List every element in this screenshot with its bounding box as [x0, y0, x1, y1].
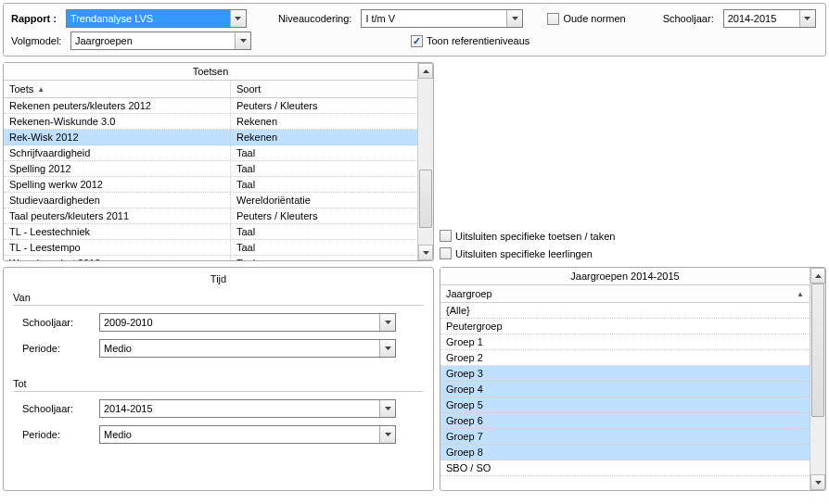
jaargroep-cell: Groep 6 [440, 413, 810, 428]
van-label: Van [13, 292, 424, 303]
table-row[interactable]: Spelling werkw 2012Taal [4, 177, 417, 193]
scroll-thumb[interactable] [419, 170, 432, 228]
jaargroepen-title: Jaargroepen 2014-2015 [440, 268, 810, 285]
table-row[interactable]: Groep 2 [440, 350, 810, 366]
toets-cell: Taal peuters/kleuters 2011 [4, 208, 231, 223]
uitsluiten-options: Uitsluiten specifieke toetsen / taken Ui… [440, 228, 826, 261]
toets-cell: Schrijfvaardigheid [4, 145, 231, 160]
toets-cell: Woordenschat 2013 [4, 256, 231, 260]
toets-cell: Spelling werkw 2012 [4, 177, 231, 192]
niveau-combo[interactable]: I t/m V [361, 9, 523, 28]
van-schooljaar-combo[interactable]: 2009-2010 [99, 313, 396, 332]
tot-periode-combo[interactable]: Medio [99, 425, 396, 444]
scroll-down-icon[interactable] [810, 474, 825, 490]
soort-cell: Wereldoriëntatie [231, 193, 417, 208]
table-row[interactable]: Spelling 2012Taal [4, 161, 417, 177]
toets-cell: Rekenen-Wiskunde 3.0 [4, 114, 231, 129]
table-row[interactable]: {Alle} [440, 303, 810, 319]
jaargroepen-grid: Jaargroepen 2014-2015 Jaargroep ▲ {Alle}… [440, 267, 826, 491]
chevron-down-icon[interactable] [506, 10, 522, 27]
chevron-down-icon[interactable] [799, 10, 815, 27]
jaargroep-column-header[interactable]: Jaargroep ▲ [440, 285, 810, 302]
checkbox-icon [547, 13, 559, 25]
van-periode-combo[interactable]: Medio [99, 339, 396, 358]
volgmodel-combo[interactable]: Jaargroepen [70, 32, 251, 50]
table-row[interactable]: Groep 7 [440, 429, 810, 445]
tot-schooljaar-combo[interactable]: 2014-2015 [99, 399, 396, 418]
sort-asc-icon: ▲ [37, 85, 45, 94]
toets-cell: Studievaardigheden [4, 193, 231, 208]
table-row[interactable]: Rek-Wisk 2012Rekenen [4, 130, 417, 145]
jaargroep-cell: Groep 1 [440, 334, 810, 349]
table-row[interactable]: Groep 4 [440, 382, 810, 397]
tot-schooljaar-label: Schooljaar: [22, 403, 92, 414]
soort-cell: Rekenen [231, 114, 417, 129]
jaargroep-cell: {Alle} [440, 303, 810, 318]
scroll-track[interactable] [810, 284, 825, 474]
uitsluiten-leerlingen-checkbox[interactable]: Uitsluiten specifieke leerlingen [440, 247, 824, 259]
scroll-track[interactable] [418, 79, 433, 245]
table-row[interactable]: Groep 6 [440, 413, 810, 429]
jaargroep-cell: Groep 4 [440, 382, 810, 397]
top-config-panel: Rapport : Trendanalyse LVS Niveaucoderin… [3, 3, 826, 57]
checkbox-icon [440, 247, 452, 259]
oude-normen-checkbox[interactable]: Oude normen [547, 13, 625, 25]
jaargroep-cell: SBO / SO [440, 460, 810, 475]
chevron-down-icon[interactable] [235, 32, 250, 49]
niveau-combo-text: I t/m V [362, 10, 522, 27]
scroll-up-icon[interactable] [418, 63, 433, 79]
toon-ref-checkbox[interactable]: Toon referentieniveaus [411, 35, 529, 47]
scroll-up-icon[interactable] [810, 268, 825, 284]
chevron-down-icon[interactable] [379, 426, 395, 443]
tot-periode-label: Periode: [22, 429, 92, 440]
schooljaar-combo[interactable]: 2014-2015 [723, 9, 816, 28]
chevron-down-icon[interactable] [230, 10, 246, 27]
table-row[interactable]: Taal peuters/kleuters 2011Peuters / Kleu… [4, 208, 417, 224]
table-row[interactable]: StudievaardighedenWereldoriëntatie [4, 193, 417, 208]
table-row[interactable]: Rekenen peuters/kleuters 2012Peuters / K… [4, 98, 417, 114]
rapport-combo-text: Trendanalyse LVS [67, 10, 246, 27]
sort-asc-icon: ▲ [797, 290, 804, 298]
schooljaar-label: Schooljaar: [663, 13, 714, 24]
table-row[interactable]: Groep 3 [440, 366, 810, 382]
checkbox-icon [411, 35, 423, 47]
jaargroep-cell: Peutergroep [440, 319, 810, 334]
soort-cell: Peuters / Kleuters [231, 98, 417, 113]
scroll-thumb[interactable] [811, 284, 824, 417]
soort-cell: Rekenen [231, 130, 417, 145]
checkbox-icon [440, 230, 452, 242]
chevron-down-icon[interactable] [379, 314, 395, 331]
chevron-down-icon[interactable] [379, 340, 395, 357]
scrollbar[interactable] [417, 63, 433, 260]
table-row[interactable]: SBO / SO [440, 460, 810, 476]
jaargroep-cell: Groep 2 [440, 350, 810, 365]
table-row[interactable]: TL - LeestechniekTaal [4, 224, 417, 240]
van-schooljaar-label: Schooljaar: [22, 317, 92, 328]
table-row[interactable]: Groep 5 [440, 397, 810, 413]
table-row[interactable]: Groep 8 [440, 445, 810, 460]
table-row[interactable]: SchrijfvaardigheidTaal [4, 145, 417, 161]
table-row[interactable]: Woordenschat 2013Taal [4, 256, 417, 260]
table-row[interactable]: Peutergroep [440, 319, 810, 334]
jaargroep-cell: Groep 8 [440, 445, 810, 460]
oude-normen-label: Oude normen [563, 13, 625, 24]
table-row[interactable]: TL - LeestempoTaal [4, 240, 417, 256]
soort-cell: Taal [231, 145, 417, 160]
soort-cell: Taal [231, 256, 417, 260]
uitsluiten-toetsen-checkbox[interactable]: Uitsluiten specifieke toetsen / taken [440, 230, 824, 242]
toetsen-title: Toetsen [4, 63, 417, 81]
scrollbar[interactable] [810, 268, 825, 490]
soort-cell: Peuters / Kleuters [231, 208, 417, 223]
soort-cell: Taal [231, 240, 417, 255]
rapport-label: Rapport : [11, 13, 57, 24]
scroll-down-icon[interactable] [418, 245, 433, 260]
toets-cell: TL - Leestechniek [4, 224, 231, 239]
table-row[interactable]: Rekenen-Wiskunde 3.0Rekenen [4, 114, 417, 130]
rapport-combo[interactable]: Trendanalyse LVS [66, 9, 247, 28]
soort-column-header[interactable]: Soort [231, 81, 417, 97]
toetsen-grid: Toetsen Toets ▲ Soort Rekenen peuters/kl… [3, 62, 434, 261]
toets-cell: TL - Leestempo [4, 240, 231, 255]
chevron-down-icon[interactable] [379, 400, 395, 417]
toets-column-header[interactable]: Toets ▲ [4, 81, 231, 97]
table-row[interactable]: Groep 1 [440, 334, 810, 350]
